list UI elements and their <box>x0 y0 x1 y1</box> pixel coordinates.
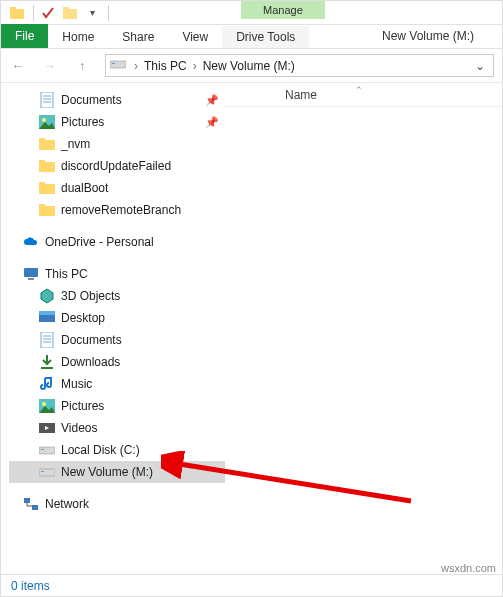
svg-rect-5 <box>110 61 126 68</box>
svg-rect-29 <box>41 367 53 369</box>
svg-rect-35 <box>39 469 55 476</box>
tree-item[interactable]: _nvm <box>9 133 225 155</box>
tree-item[interactable]: Pictures <box>9 395 225 417</box>
folder-icon <box>39 158 55 174</box>
cloud-icon <box>23 234 39 250</box>
tree-item[interactable]: discordUpdateFailed <box>9 155 225 177</box>
address-bar[interactable]: › This PC › New Volume (M:) ⌄ <box>105 54 494 77</box>
tree-label: Downloads <box>61 355 120 369</box>
tree-item[interactable]: New Volume (M:) <box>9 461 225 483</box>
tree-item-network[interactable]: Network <box>9 493 225 515</box>
tree-item[interactable]: Downloads <box>9 351 225 373</box>
tree-item[interactable]: Desktop <box>9 307 225 329</box>
pic-icon <box>39 398 55 414</box>
tree-item[interactable]: Pictures📌 <box>9 111 225 133</box>
svg-rect-33 <box>39 447 55 454</box>
tree-item[interactable]: removeRemoteBranch <box>9 199 225 221</box>
chevron-right-icon[interactable]: › <box>191 59 199 73</box>
tree-label: _nvm <box>61 137 90 151</box>
tree-label: Pictures <box>61 115 104 129</box>
tree-label: discordUpdateFailed <box>61 159 171 173</box>
tree-item[interactable]: Local Disk (C:) <box>9 439 225 461</box>
tree-item-this-pc[interactable]: This PC <box>9 263 225 285</box>
pic-icon <box>39 114 55 130</box>
drive-icon <box>39 442 55 458</box>
doc-icon <box>39 332 55 348</box>
home-tab[interactable]: Home <box>48 26 108 48</box>
svg-rect-2 <box>10 7 16 10</box>
sort-indicator-icon: ⌃ <box>355 85 363 95</box>
tree-item[interactable]: 3D Objects <box>9 285 225 307</box>
svg-rect-13 <box>39 140 55 150</box>
column-header-name[interactable]: Name ⌃ <box>225 83 502 107</box>
file-list-pane[interactable]: Name ⌃ <box>225 83 502 574</box>
tree-item[interactable]: Documents <box>9 329 225 351</box>
tree-label: Pictures <box>61 399 104 413</box>
svg-rect-1 <box>10 9 24 19</box>
music-icon <box>39 376 55 392</box>
address-dropdown[interactable]: ⌄ <box>471 59 489 73</box>
back-button[interactable]: ← <box>9 59 27 73</box>
3d-icon <box>39 288 55 304</box>
svg-rect-14 <box>39 138 45 141</box>
qat-dropdown[interactable]: ▾ <box>82 3 102 23</box>
svg-point-12 <box>42 118 46 122</box>
pc-icon <box>23 266 39 282</box>
breadcrumb-current[interactable]: New Volume (M:) <box>199 57 299 75</box>
contextual-tab-header: Manage <box>241 1 325 19</box>
desktop-icon <box>39 310 55 326</box>
forward-button[interactable]: → <box>41 59 59 73</box>
tree-label: New Volume (M:) <box>61 465 153 479</box>
view-tab[interactable]: View <box>168 26 222 48</box>
svg-rect-16 <box>39 160 45 163</box>
pin-icon: 📌 <box>205 116 219 129</box>
new-folder-qat-button[interactable] <box>60 3 80 23</box>
svg-rect-37 <box>24 498 30 503</box>
tree-item-onedrive[interactable]: OneDrive - Personal <box>9 231 225 253</box>
breadcrumb-this-pc[interactable]: This PC <box>140 57 191 75</box>
explorer-icon <box>7 3 27 23</box>
tree-item[interactable]: Documents📌 <box>9 89 225 111</box>
svg-rect-18 <box>39 182 45 185</box>
file-tab[interactable]: File <box>1 24 48 48</box>
tree-label: This PC <box>45 267 88 281</box>
tree-item[interactable]: Music <box>9 373 225 395</box>
navigation-bar: ← → ↑ › This PC › New Volume (M:) ⌄ <box>1 49 502 83</box>
svg-rect-25 <box>41 332 53 348</box>
tree-label: Network <box>45 497 89 511</box>
drive-icon <box>39 464 55 480</box>
svg-rect-6 <box>112 63 115 64</box>
tree-item[interactable]: dualBoot <box>9 177 225 199</box>
tree-item[interactable]: Videos <box>9 417 225 439</box>
tree-label: Local Disk (C:) <box>61 443 140 457</box>
ribbon-tabs: File Home Share View Manage Drive Tools … <box>1 25 502 49</box>
chevron-right-icon[interactable]: › <box>132 59 140 73</box>
pin-icon: 📌 <box>205 94 219 107</box>
share-tab[interactable]: Share <box>108 26 168 48</box>
column-label: Name <box>285 88 317 102</box>
tree-label: Documents <box>61 93 122 107</box>
svg-rect-20 <box>39 204 45 207</box>
drive-icon <box>110 58 126 74</box>
separator <box>33 5 34 21</box>
svg-rect-15 <box>39 162 55 172</box>
tree-label: Music <box>61 377 92 391</box>
downloads-icon <box>39 354 55 370</box>
tree-label: Desktop <box>61 311 105 325</box>
network-icon <box>23 496 39 512</box>
tree-label: dualBoot <box>61 181 108 195</box>
item-count: 0 items <box>11 579 50 593</box>
svg-point-31 <box>42 402 46 406</box>
tree-label: Videos <box>61 421 97 435</box>
svg-rect-36 <box>41 471 44 472</box>
properties-qat-button[interactable] <box>38 3 58 23</box>
svg-rect-4 <box>63 7 69 10</box>
up-button[interactable]: ↑ <box>73 59 91 73</box>
svg-rect-24 <box>39 311 55 315</box>
watermark: wsxdn.com <box>441 562 496 574</box>
drive-tools-tab[interactable]: Drive Tools <box>222 26 309 48</box>
separator <box>108 5 109 21</box>
status-bar: 0 items <box>1 574 502 596</box>
navigation-tree[interactable]: Documents📌Pictures📌_nvmdiscordUpdateFail… <box>1 83 225 574</box>
tree-label: removeRemoteBranch <box>61 203 181 217</box>
